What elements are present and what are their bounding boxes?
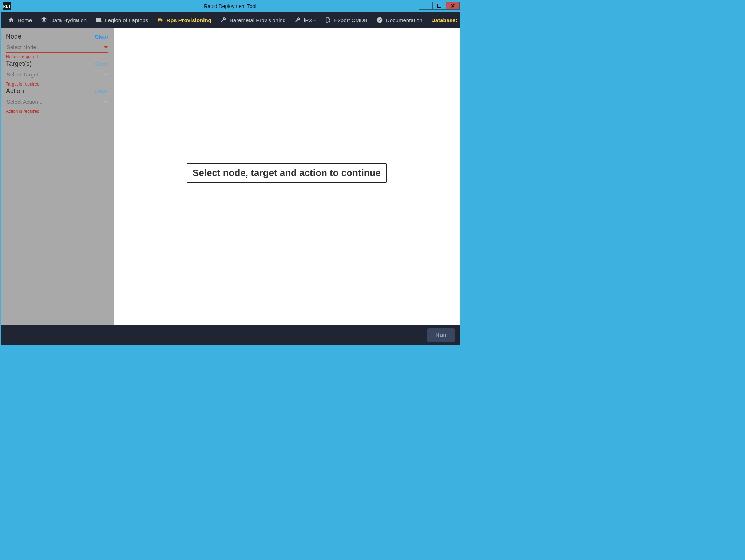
- nav-documentation[interactable]: ? Documentation: [373, 14, 426, 26]
- main-prompt: Select node, target and action to contin…: [187, 163, 387, 183]
- nav-legion-laptops[interactable]: Legion of Laptops: [92, 14, 152, 26]
- action-placeholder: Select Action...: [7, 99, 43, 105]
- app-icon: RDT: [3, 2, 11, 10]
- titlebar: RDT Rapid Deployment Tool: [1, 1, 460, 12]
- home-icon: [8, 17, 15, 23]
- wrench-icon: [220, 17, 227, 23]
- target-label: Target(s): [6, 60, 32, 68]
- action-error: Action is required: [6, 109, 108, 114]
- content-area: Node Clear Select Node... Node is requir…: [1, 28, 460, 325]
- layers-icon: [41, 17, 47, 23]
- minimize-button[interactable]: [419, 2, 433, 10]
- node-error: Node is required: [6, 54, 108, 59]
- nav-rps-provisioning[interactable]: Rps Provisioning: [153, 14, 215, 26]
- main-panel: Select node, target and action to contin…: [114, 28, 460, 325]
- node-clear-link[interactable]: Clear: [95, 33, 108, 40]
- sidebar: Node Clear Select Node... Node is requir…: [1, 28, 114, 325]
- node-select[interactable]: Select Node...: [6, 43, 108, 53]
- action-field: Action Clear Select Action... Action is …: [1, 87, 114, 115]
- footer: Run: [1, 325, 460, 345]
- chevron-down-icon: [104, 46, 108, 48]
- svg-rect-0: [424, 7, 428, 7]
- chevron-down-icon: [104, 74, 108, 76]
- window-title: Rapid Deployment Tool: [204, 3, 257, 9]
- nav-label: Home: [17, 17, 32, 23]
- action-label: Action: [6, 87, 24, 95]
- svg-text:?: ?: [379, 18, 381, 22]
- window-controls: [419, 2, 460, 11]
- nav-data-hydration[interactable]: Data Hydration: [37, 14, 90, 26]
- target-select[interactable]: Select Target...: [6, 70, 108, 80]
- nav-home[interactable]: Home: [4, 14, 36, 26]
- help-icon: ?: [376, 17, 383, 23]
- nav-ipxe[interactable]: iPXE: [291, 14, 320, 26]
- action-clear-link[interactable]: Clear: [95, 88, 108, 94]
- wrench-icon: [294, 17, 301, 23]
- nav-label: Documentation: [386, 17, 423, 23]
- node-field: Node Clear Select Node... Node is requir…: [1, 33, 114, 60]
- action-select[interactable]: Select Action...: [6, 97, 108, 107]
- nav-label: Rps Provisioning: [166, 17, 211, 23]
- nav-baremetal-provisioning[interactable]: Baremetal Provisioning: [217, 14, 289, 26]
- window-frame: RDT Rapid Deployment Tool Home Data Hydr…: [0, 0, 460, 346]
- target-field: Target(s) Clear Select Target... Target …: [1, 60, 114, 87]
- svg-rect-1: [437, 4, 441, 8]
- chevron-down-icon: [104, 101, 108, 103]
- nav-label: Data Hydration: [50, 17, 87, 23]
- target-placeholder: Select Target...: [7, 71, 43, 78]
- laptop-icon: [95, 17, 102, 23]
- navbar: Home Data Hydration Legion of Laptops Rp…: [1, 12, 460, 28]
- truck-icon: [157, 17, 163, 23]
- maximize-button[interactable]: [432, 2, 446, 10]
- app-body: Home Data Hydration Legion of Laptops Rp…: [1, 12, 460, 345]
- node-label: Node: [6, 33, 21, 40]
- nav-label: Export CMDB: [334, 17, 368, 23]
- export-icon: [325, 17, 331, 23]
- target-clear-link[interactable]: Clear: [95, 61, 108, 67]
- nav-label: Baremetal Provisioning: [230, 17, 286, 23]
- close-button[interactable]: [446, 2, 460, 10]
- nav-export-cmdb[interactable]: Export CMDB: [321, 14, 371, 26]
- node-placeholder: Select Node...: [7, 44, 41, 50]
- nav-label: Legion of Laptops: [105, 17, 148, 23]
- database-label: Database:: [429, 17, 460, 23]
- target-error: Target is required: [6, 82, 108, 87]
- nav-label: iPXE: [304, 17, 316, 23]
- run-button[interactable]: Run: [427, 328, 455, 342]
